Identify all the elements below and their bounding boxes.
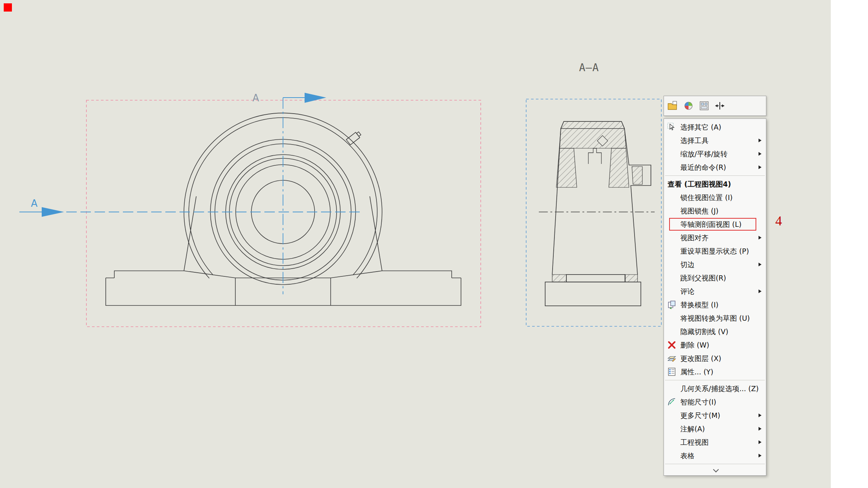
menu-item-label: 跳到父视图(R) (680, 274, 726, 282)
view-palette-icon[interactable] (698, 100, 710, 112)
front-view[interactable]: A A (19, 92, 461, 305)
front-view-outline (106, 113, 461, 305)
context-toolbar (664, 96, 766, 116)
menu-item-label: 最近的命令(R) (680, 163, 726, 171)
section-arrow-label-left: A (31, 198, 38, 209)
menu-header-label: 查看 (工程图视图4) (668, 180, 731, 188)
context-menu: 选择其它 (A) 选择工具 缩放/平移/旋转 最近的命令(R) 查看 (工程图视… (664, 118, 766, 476)
menu-item-hide-cutting-line[interactable]: 隐藏切割线 (V) (664, 325, 766, 338)
menu-item-label: 智能尺寸(I) (680, 398, 716, 406)
menu-item-label: 几何关系/捕捉选项... (Z) (680, 384, 759, 393)
menu-item-properties[interactable]: 属性... (Y) (664, 365, 766, 378)
menu-item-lock-view-focus[interactable]: 视图锁焦 (J) (664, 204, 766, 218)
section-view-title: A—A (579, 61, 624, 74)
replace-model-icon (667, 300, 677, 310)
menu-item-label: 切边 (680, 260, 694, 269)
front-view-selection-box[interactable] (86, 100, 481, 327)
menu-item-label: 锁住视图位置 (I) (680, 193, 732, 202)
menu-item-tables[interactable]: 表格 (664, 449, 766, 462)
menu-item-relations-snaps-options[interactable]: 几何关系/捕捉选项... (Z) (664, 382, 766, 395)
menu-separator (665, 380, 765, 380)
menu-item-label: 视图锁焦 (J) (680, 207, 718, 215)
menu-item-label: 等轴测剖面视图 (L) (680, 220, 741, 228)
menu-item-label: 重设草图显示状态 (P) (680, 247, 749, 255)
menu-item-recent-commands[interactable]: 最近的命令(R) (664, 161, 766, 174)
section-view[interactable] (539, 121, 655, 306)
alignment-icon[interactable] (714, 100, 726, 112)
menu-separator (665, 464, 765, 464)
menu-item-replace-model[interactable]: 替换模型 (I) (664, 298, 766, 311)
menu-item-label: 评论 (680, 287, 694, 295)
section-cut-line: A A (19, 92, 363, 294)
change-layer-icon (667, 354, 677, 363)
menu-item-more-dimensions[interactable]: 更多尺寸(M) (664, 409, 766, 422)
menu-item-label: 属性... (Y) (680, 368, 713, 376)
menu-item-isometric-section-view[interactable]: 等轴测剖面视图 (L) (664, 218, 766, 231)
menu-item-comment[interactable]: 评论 (664, 285, 766, 298)
section-arrow-top-icon (305, 93, 326, 103)
menu-item-label: 选择工具 (680, 136, 709, 145)
menu-item-label: 删除 (W) (680, 341, 709, 349)
section-hatch (552, 121, 642, 282)
appearance-icon[interactable] (683, 100, 694, 112)
menu-item-smart-dimension[interactable]: 智能尺寸(I) (664, 395, 766, 409)
section-arrow-label-top: A (252, 92, 259, 104)
menu-item-label: 工程视图 (680, 438, 709, 446)
menu-item-annotations[interactable]: 注解(A) (664, 422, 766, 435)
menu-item-label: 隐藏切割线 (V) (680, 327, 728, 336)
menu-item-label: 表格 (680, 451, 694, 460)
menu-item-zoom-pan-rotate[interactable]: 缩放/平移/旋转 (664, 147, 766, 161)
menu-item-label: 选择其它 (A) (680, 123, 721, 131)
menu-item-select-tool[interactable]: 选择工具 (664, 134, 766, 147)
menu-item-label: 缩放/平移/旋转 (680, 150, 728, 158)
menu-header-view: 查看 (工程图视图4) (664, 177, 766, 191)
menu-item-view-alignment[interactable]: 视图对齐 (664, 231, 766, 244)
menu-item-label: 更改图层 (X) (680, 354, 721, 362)
menu-item-label: 替换模型 (I) (680, 301, 718, 309)
delete-icon (667, 340, 677, 350)
menu-item-reset-sketch-display[interactable]: 重设草图显示状态 (P) (664, 244, 766, 258)
smart-dimension-icon (667, 397, 677, 407)
menu-item-change-layer[interactable]: 更改图层 (X) (664, 352, 766, 365)
menu-item-lock-view-position[interactable]: 锁住视图位置 (I) (664, 191, 766, 204)
select-other-icon (667, 122, 677, 132)
menu-item-tangent-edge[interactable]: 切边 (664, 258, 766, 271)
menu-item-select-other[interactable]: 选择其它 (A) (664, 120, 766, 134)
menu-item-delete[interactable]: 删除 (W) (664, 338, 766, 352)
chevron-down-icon (713, 466, 719, 472)
menu-item-label: 视图对齐 (680, 234, 709, 242)
menu-item-label: 更多尺寸(M) (680, 411, 720, 419)
menu-item-label: 注解(A) (680, 425, 705, 433)
step-number-annotation: 4 (775, 213, 782, 229)
open-drawing-icon[interactable] (667, 100, 679, 112)
menu-item-label: 将视图转换为草图 (U) (680, 314, 750, 322)
menu-item-convert-view-to-sketch[interactable]: 将视图转换为草图 (U) (664, 311, 766, 325)
menu-expand-button[interactable] (664, 466, 766, 475)
menu-item-drawing-views[interactable]: 工程视图 (664, 435, 766, 449)
properties-icon (667, 367, 677, 377)
menu-item-jump-to-parent-view[interactable]: 跳到父视图(R) (664, 271, 766, 285)
section-arrow-left-icon (42, 207, 64, 217)
menu-separator (665, 175, 765, 176)
